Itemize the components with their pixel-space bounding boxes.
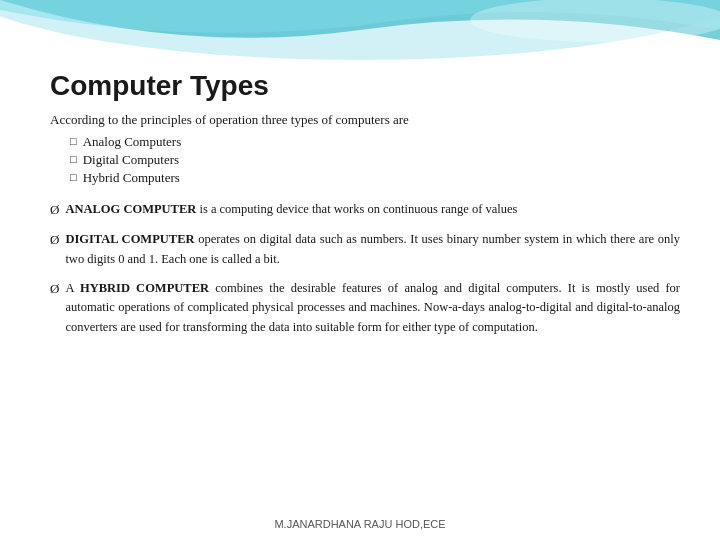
page-title: Computer Types (50, 70, 680, 102)
footer: M.JANARDHANA RAJU HOD,ECE (0, 518, 720, 530)
arrow-icon: Ø (50, 230, 59, 250)
analog-text: ANALOG COMPUTER is a computing device th… (65, 200, 680, 219)
main-content: Computer Types According to the principl… (50, 70, 680, 510)
intro-text: According to the principles of operation… (50, 112, 680, 128)
desc-hybrid: Ø A HYBRID COMPUTER combines the desirab… (50, 279, 680, 337)
bullet-list: Analog Computers Digital Computers Hybri… (70, 134, 680, 186)
arrow-icon: Ø (50, 200, 59, 220)
desc-analog: Ø ANALOG COMPUTER is a computing device … (50, 200, 680, 220)
digital-text: DIGITAL COMPUTER operates on digital dat… (65, 230, 680, 269)
list-item: Digital Computers (70, 152, 680, 168)
footer-text: M.JANARDHANA RAJU HOD,ECE (274, 518, 445, 530)
top-decoration (0, 0, 720, 70)
hybrid-text: A HYBRID COMPUTER combines the desirable… (65, 279, 680, 337)
arrow-icon: Ø (50, 279, 59, 299)
list-item: Analog Computers (70, 134, 680, 150)
descriptions: Ø ANALOG COMPUTER is a computing device … (50, 200, 680, 337)
desc-digital: Ø DIGITAL COMPUTER operates on digital d… (50, 230, 680, 269)
list-item: Hybrid Computers (70, 170, 680, 186)
